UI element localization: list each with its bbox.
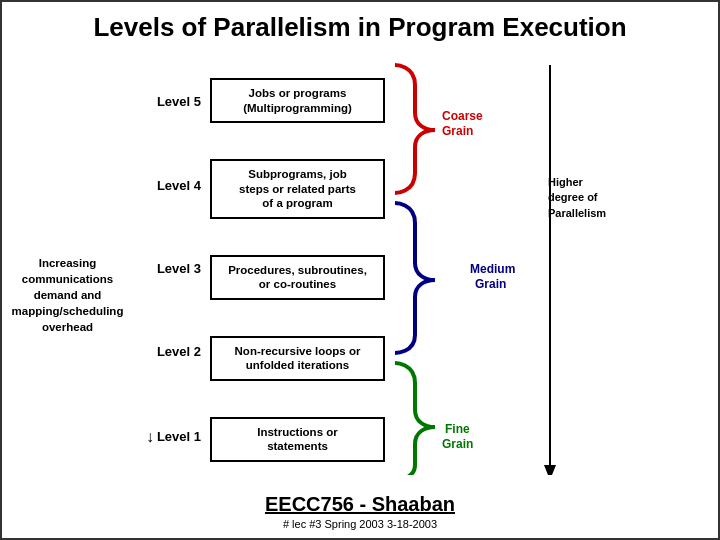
slide-title: Levels of Parallelism in Program Executi… — [12, 12, 708, 43]
level5-label: Level 5 — [157, 94, 201, 109]
right-arrow-head — [544, 465, 556, 475]
coarse-grain-label: Coarse — [442, 109, 483, 123]
box-level1: Instructions orstatements — [210, 417, 385, 463]
coarse-brace — [395, 65, 435, 193]
level1-label: ↓ Level 1 — [146, 428, 201, 446]
slide: Levels of Parallelism in Program Executi… — [0, 0, 720, 540]
footer-sub: # lec #3 Spring 2003 3-18-2003 — [2, 518, 718, 530]
box-level5: Jobs or programs(Multiprogramming) — [210, 78, 385, 124]
medium-grain-label: Medium — [470, 262, 515, 276]
footer-main: EECC756 - Shaaban — [2, 493, 718, 516]
footer: EECC756 - Shaaban # lec #3 Spring 2003 3… — [2, 493, 718, 530]
level3-label: Level 3 — [157, 261, 201, 276]
medium-brace — [395, 203, 435, 353]
left-label: Increasing communications demand and map… — [12, 255, 124, 335]
box-level2: Non-recursive loops orunfolded iteration… — [210, 336, 385, 382]
fine-brace — [395, 363, 435, 475]
level4-label: Level 4 — [157, 178, 201, 193]
box-level3: Procedures, subroutines,or co-routines — [210, 255, 385, 301]
level2-label: Level 2 — [157, 344, 201, 359]
svg-text:Grain: Grain — [475, 277, 506, 291]
fine-grain-label: Fine — [445, 422, 470, 436]
braces-svg: Coarse Grain Medium Grain Fine Grain — [390, 55, 590, 475]
box-level4: Subprograms, jobsteps or related partsof… — [210, 159, 385, 220]
higher-degree-label: Higherdegree ofParallelism — [548, 175, 608, 221]
svg-text:Grain: Grain — [442, 437, 473, 451]
svg-text:Grain: Grain — [442, 124, 473, 138]
